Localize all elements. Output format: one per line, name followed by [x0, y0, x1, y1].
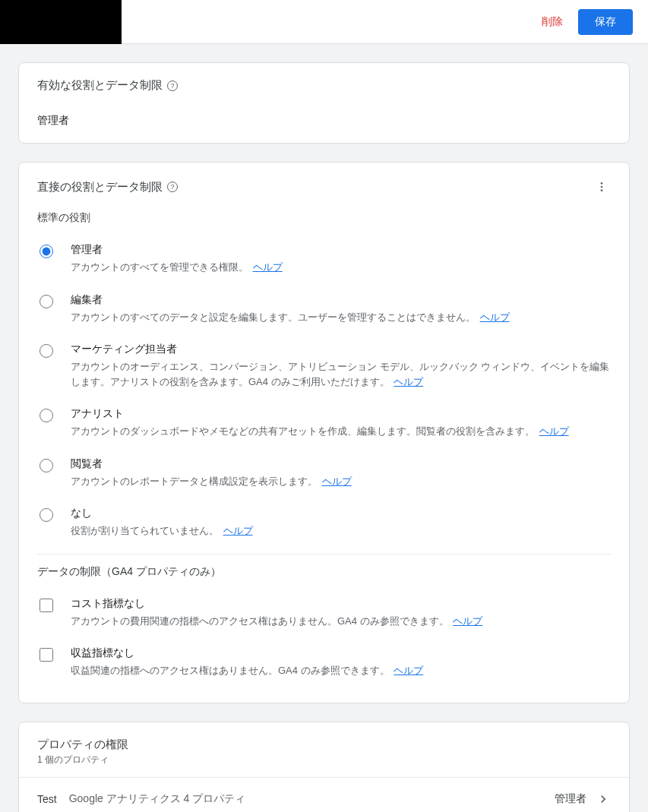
redacted-block: [0, 0, 122, 44]
header-left: [0, 0, 122, 43]
effective-roles-card: 有効な役割とデータ制限 ? 管理者: [18, 62, 630, 144]
property-row[interactable]: TestGoogle アナリティクス 4 プロパティ管理者: [19, 777, 629, 813]
chevron-right-icon: [596, 791, 611, 807]
role-item[interactable]: 管理者アカウントのすべてを管理できる権限。 ヘルプ: [37, 234, 611, 284]
save-button[interactable]: 保存: [578, 9, 633, 35]
help-icon[interactable]: ?: [167, 182, 178, 192]
content: 有効な役割とデータ制限 ? 管理者 直接の役割とデータ制限 ? 標準の役割 管理…: [0, 44, 648, 812]
role-body: マーケティング担当者アカウントのオーディエンス、コンバージョン、アトリビューショ…: [71, 343, 611, 389]
radio-wrap: [37, 293, 55, 308]
restriction-checkbox[interactable]: [40, 648, 53, 662]
role-name: アナリスト: [71, 407, 611, 421]
role-description: アカウントのレポートデータと構成設定を表示します。 ヘルプ: [71, 474, 611, 489]
role-description: アカウントのオーディエンス、コンバージョン、アトリビューション モデル、ルックバ…: [71, 359, 611, 389]
help-link[interactable]: ヘルプ: [394, 376, 423, 387]
property-list: TestGoogle アナリティクス 4 プロパティ管理者: [19, 777, 629, 813]
role-body: アナリストアカウントのダッシュボードやメモなどの共有アセットを作成、編集します。…: [71, 407, 611, 439]
radio-wrap: [37, 407, 55, 422]
role-radio[interactable]: [40, 245, 53, 258]
role-radio[interactable]: [40, 459, 53, 472]
help-link[interactable]: ヘルプ: [480, 311, 510, 323]
help-link[interactable]: ヘルプ: [539, 425, 569, 437]
standard-roles-label: 標準の役割: [19, 205, 629, 228]
effective-roles-title: 有効な役割とデータ制限 ?: [37, 78, 611, 93]
property-right: 管理者: [555, 791, 611, 807]
restriction-description: アカウントの費用関連の指標へのアクセス権はありません。GA4 のみ参照できます。…: [71, 614, 611, 629]
property-permissions-card: プロパティの権限 1 個のプロパティ TestGoogle アナリティクス 4 …: [18, 722, 630, 813]
role-list: 管理者アカウントのすべてを管理できる権限。 ヘルプ編集者アカウントのすべてのデー…: [19, 228, 629, 548]
property-title: プロパティの権限: [37, 738, 611, 752]
restrictions-label: データの制限（GA4 プロパティのみ）: [37, 565, 611, 579]
role-description: アカウントのすべてを管理できる権限。 ヘルプ: [71, 260, 611, 275]
role-radio[interactable]: [40, 295, 53, 308]
property-count: 1 個のプロパティ: [37, 754, 611, 766]
role-body: 閲覧者アカウントのレポートデータと構成設定を表示します。 ヘルプ: [71, 457, 611, 489]
help-link[interactable]: ヘルプ: [394, 665, 423, 676]
role-description: 役割が割り当てられていません。 ヘルプ: [71, 523, 611, 539]
role-body: 管理者アカウントのすべてを管理できる権限。 ヘルプ: [71, 243, 611, 275]
help-link[interactable]: ヘルプ: [223, 525, 253, 536]
restriction-name: 収益指標なし: [71, 646, 611, 660]
svg-point-2: [601, 189, 603, 191]
role-item[interactable]: 閲覧者アカウントのレポートデータと構成設定を表示します。 ヘルプ: [37, 448, 611, 498]
help-link[interactable]: ヘルプ: [253, 261, 283, 273]
restriction-item[interactable]: 収益指標なし収益関連の指標へのアクセス権はありません。GA4 のみ参照できます。…: [37, 637, 611, 687]
checkbox-wrap: [37, 597, 55, 612]
property-header: プロパティの権限 1 個のプロパティ: [19, 722, 629, 777]
role-radio[interactable]: [40, 344, 53, 358]
header-actions: 削除 保存: [542, 9, 633, 35]
help-icon[interactable]: ?: [167, 81, 178, 91]
effective-roles-title-text: 有効な役割とデータ制限: [37, 78, 163, 93]
direct-roles-title: 直接の役割とデータ制限 ?: [37, 180, 178, 194]
restriction-checkbox[interactable]: [40, 599, 53, 612]
radio-wrap: [37, 243, 55, 258]
help-link[interactable]: ヘルプ: [453, 615, 482, 627]
radio-wrap: [37, 343, 55, 358]
restriction-description: 収益関連の指標へのアクセス権はありません。GA4 のみ参照できます。 ヘルプ: [71, 663, 611, 678]
role-name: 閲覧者: [71, 457, 611, 471]
more-menu-button[interactable]: [593, 178, 611, 196]
restriction-item[interactable]: コスト指標なしアカウントの費用関連の指標へのアクセス権はありません。GA4 のみ…: [37, 588, 611, 638]
direct-roles-card: 直接の役割とデータ制限 ? 標準の役割 管理者アカウントのすべてを管理できる権限…: [18, 162, 630, 703]
radio-wrap: [37, 507, 55, 522]
more-vert-icon: [596, 181, 608, 193]
role-description: アカウントのダッシュボードやメモなどの共有アセットを作成、編集します。閲覧者の役…: [71, 424, 611, 439]
property-type: Google アナリティクス 4 プロパティ: [69, 792, 246, 806]
delete-button[interactable]: 削除: [542, 15, 563, 29]
role-description: アカウントのすべてのデータと設定を編集します。ユーザーを管理することはできません…: [71, 310, 611, 325]
role-name: マーケティング担当者: [71, 343, 611, 356]
checkbox-wrap: [37, 646, 55, 662]
svg-point-1: [601, 186, 603, 188]
restrictions-section: データの制限（GA4 プロパティのみ） コスト指標なしアカウントの費用関連の指標…: [19, 554, 629, 703]
role-body: なし役割が割り当てられていません。 ヘルプ: [71, 507, 611, 539]
role-name: 編集者: [71, 293, 611, 307]
role-name: なし: [71, 507, 611, 520]
restriction-name: コスト指標なし: [71, 597, 611, 611]
role-radio[interactable]: [40, 409, 53, 422]
direct-roles-title-text: 直接の役割とデータ制限: [37, 180, 163, 194]
role-item[interactable]: 編集者アカウントのすべてのデータと設定を編集します。ユーザーを管理することはでき…: [37, 284, 611, 334]
role-item[interactable]: マーケティング担当者アカウントのオーディエンス、コンバージョン、アトリビューショ…: [37, 333, 611, 398]
restriction-body: コスト指標なしアカウントの費用関連の指標へのアクセス権はありません。GA4 のみ…: [71, 597, 611, 629]
role-body: 編集者アカウントのすべてのデータと設定を編集します。ユーザーを管理することはでき…: [71, 293, 611, 325]
role-radio[interactable]: [40, 508, 53, 522]
role-name: 管理者: [71, 243, 611, 257]
help-link[interactable]: ヘルプ: [322, 476, 352, 487]
property-name: Test: [37, 793, 57, 805]
role-item[interactable]: アナリストアカウントのダッシュボードやメモなどの共有アセットを作成、編集します。…: [37, 398, 611, 448]
direct-roles-header: 直接の役割とデータ制限 ?: [19, 163, 629, 205]
effective-role-value: 管理者: [37, 114, 611, 128]
radio-wrap: [37, 457, 55, 472]
property-left: TestGoogle アナリティクス 4 プロパティ: [37, 792, 245, 806]
property-role: 管理者: [555, 792, 586, 806]
page-header: 削除 保存: [0, 0, 648, 44]
role-item[interactable]: なし役割が割り当てられていません。 ヘルプ: [37, 498, 611, 548]
restriction-body: 収益指標なし収益関連の指標へのアクセス権はありません。GA4 のみ参照できます。…: [71, 646, 611, 678]
restriction-list: コスト指標なしアカウントの費用関連の指標へのアクセス権はありません。GA4 のみ…: [37, 588, 611, 687]
svg-point-0: [601, 182, 603, 185]
